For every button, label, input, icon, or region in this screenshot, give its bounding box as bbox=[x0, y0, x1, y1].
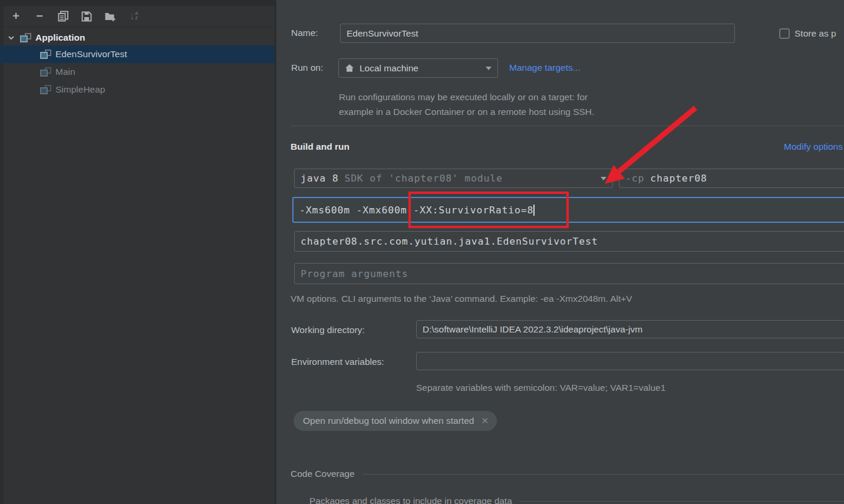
open-tool-window-chip[interactable]: Open run/debug tool window when started … bbox=[294, 411, 497, 431]
sort-configurations-icon[interactable]: ↓ az bbox=[126, 9, 141, 24]
tree-item-edensurvivortest[interactable]: EdenSurvivorTest bbox=[0, 45, 275, 63]
application-type-icon bbox=[20, 33, 31, 42]
name-input[interactable] bbox=[347, 24, 728, 42]
application-icon bbox=[40, 85, 51, 94]
cp-value: chapter08 bbox=[650, 173, 707, 184]
tree-item-label: SimpleHeap bbox=[55, 84, 105, 95]
chevron-down-icon bbox=[601, 177, 606, 180]
application-icon bbox=[40, 67, 51, 77]
name-label: Name: bbox=[291, 28, 318, 38]
environment-variables-input[interactable] bbox=[423, 353, 839, 370]
program-arguments-placeholder: Program arguments bbox=[301, 268, 408, 279]
vm-options-help: VM options. CLI arguments to the ‘Java’ … bbox=[291, 294, 632, 304]
tree-item-label: EdenSurvivorTest bbox=[55, 49, 127, 60]
run-on-value: Local machine bbox=[360, 63, 418, 74]
section-rule bbox=[362, 474, 844, 475]
program-arguments-field[interactable]: Program arguments bbox=[294, 263, 844, 284]
code-coverage-header: Code Coverage bbox=[291, 469, 355, 479]
section-rule bbox=[519, 501, 844, 502]
save-configuration-icon[interactable] bbox=[79, 9, 94, 24]
name-field[interactable] bbox=[340, 24, 735, 43]
tree-item-label: Main bbox=[55, 67, 75, 77]
environment-variables-help: Separate variables with semicolon: VAR=v… bbox=[416, 383, 665, 393]
store-as-project-checkbox[interactable] bbox=[779, 28, 790, 39]
copy-configuration-icon[interactable] bbox=[55, 9, 71, 24]
application-icon bbox=[40, 50, 51, 59]
add-configuration-icon[interactable]: + bbox=[8, 9, 24, 24]
run-on-combobox[interactable]: Local machine bbox=[338, 58, 498, 78]
working-directory-input[interactable] bbox=[423, 321, 839, 338]
remove-configuration-icon[interactable]: − bbox=[32, 9, 47, 24]
run-target-help: Run configurations may be executed local… bbox=[339, 90, 594, 119]
configurations-sidebar: + − bbox=[4, 0, 275, 504]
coverage-packages-row: Packages and classes to include in cover… bbox=[309, 496, 844, 504]
main-class-value: chapter08.src.com.yutian.java1.EdenSurvi… bbox=[301, 236, 598, 247]
manage-targets-link[interactable]: Manage targets... bbox=[509, 62, 581, 73]
new-folder-icon[interactable] bbox=[103, 9, 118, 24]
tree-group-label: Application bbox=[35, 32, 85, 43]
text-caret bbox=[533, 205, 535, 216]
store-as-project-label: Store as p bbox=[794, 28, 844, 39]
environment-variables-label: Environment variables: bbox=[291, 357, 384, 367]
annotation-arrow-shaft bbox=[619, 108, 695, 172]
cp-flag: -cp bbox=[625, 173, 644, 184]
build-and-run-header: Build and run bbox=[291, 141, 350, 152]
chevron-down-icon[interactable] bbox=[7, 34, 15, 42]
chevron-down-icon bbox=[486, 67, 492, 70]
working-directory-label: Working directory: bbox=[291, 325, 365, 335]
tree-item-simpleheap[interactable]: SimpleHeap bbox=[4, 81, 275, 98]
vm-options-value: -Xms600m -Xmx600m -XX:SurvivorRatio=8 bbox=[299, 205, 533, 216]
main-class-field[interactable]: chapter08.src.com.yutian.java1.EdenSurvi… bbox=[294, 231, 844, 252]
section-divider bbox=[291, 126, 844, 126]
run-on-label: Run on: bbox=[291, 62, 323, 73]
run-debug-configurations-dialog: + − bbox=[0, 0, 844, 504]
panel-divider bbox=[275, 0, 276, 504]
tree-group-application[interactable]: Application bbox=[4, 29, 275, 47]
jre-value: java 8 bbox=[301, 173, 338, 184]
chip-label: Open run/debug tool window when started bbox=[303, 416, 474, 426]
environment-variables-field[interactable] bbox=[416, 352, 844, 370]
sidebar-toolbar: + − bbox=[4, 6, 275, 27]
vm-options-field[interactable]: -Xms600m -Xmx600m -XX:SurvivorRatio=8 bbox=[292, 197, 844, 223]
chip-close-icon[interactable]: ✕ bbox=[481, 416, 489, 426]
jre-hint: SDK of 'chapter08' module bbox=[344, 173, 502, 184]
sidebar-top-strip bbox=[0, 0, 275, 6]
tree-item-main[interactable]: Main bbox=[4, 63, 275, 81]
classpath-module-field[interactable]: -cp chapter08 bbox=[619, 169, 844, 188]
working-directory-field[interactable] bbox=[416, 320, 844, 338]
jre-combobox[interactable]: java 8 SDK of 'chapter08' module bbox=[294, 169, 613, 188]
coverage-packages-label: Packages and classes to include in cover… bbox=[309, 496, 512, 504]
modify-options-link[interactable]: Modify options bbox=[784, 141, 843, 152]
code-coverage-section: Code Coverage bbox=[291, 469, 844, 479]
home-icon bbox=[345, 64, 354, 73]
